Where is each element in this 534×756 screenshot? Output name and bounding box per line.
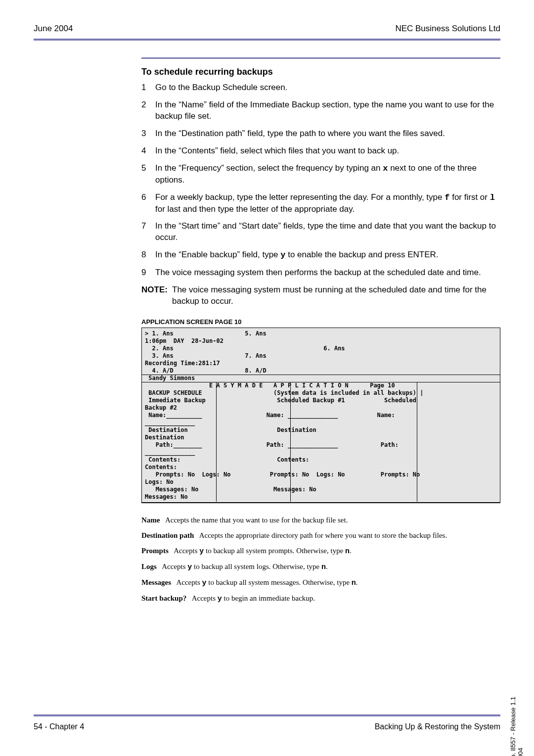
note-text: The voice messaging system must be runni… xyxy=(172,284,500,307)
step-2: In the “Name” field of the Immediate Bac… xyxy=(141,99,500,122)
step-4: In the “Contents” field, select which fi… xyxy=(141,145,500,157)
application-screen: > 1. Ans 5. Ans 1:06pm DAY 28-Jun-02 2. … xyxy=(141,328,500,503)
screen-bottom-rule xyxy=(142,502,500,503)
header-right: NEC Business Solutions Ltd xyxy=(395,24,500,34)
header-left: June 2004 xyxy=(34,24,73,34)
screen-vline-2 xyxy=(290,382,291,502)
step-5: In the “Frequency” section, select the f… xyxy=(141,163,500,186)
step-7: In the “Start time” and “Start date” fie… xyxy=(141,221,500,243)
section-rule xyxy=(141,57,500,59)
screen-vline-1 xyxy=(216,382,217,502)
field-prompts: Prompts Accepts y to backup all system p… xyxy=(141,546,500,557)
step-9: The voice messaging system then performs… xyxy=(141,267,500,279)
screen-title: APPLICATION SCREEN PAGE 10 xyxy=(141,318,500,326)
step-6: For a weekly backup, type the letter rep… xyxy=(141,192,500,215)
field-name: Name Accepts the name that you want to u… xyxy=(141,515,500,525)
note-label: NOTE: xyxy=(141,284,172,307)
field-logs: Logs Accepts y to backup all system logs… xyxy=(141,562,500,572)
footer-left: 54 - Chapter 4 xyxy=(34,722,84,731)
screen-inner-top-border xyxy=(142,375,500,382)
footer-rule xyxy=(34,714,500,716)
field-destpath: Destination path Accepts the appropriate… xyxy=(141,530,500,541)
screen-vline-3 xyxy=(417,382,417,502)
steps-list: Go to the Backup Schedule screen. In the… xyxy=(141,82,500,279)
field-messages: Messages Accepts y to backup all system … xyxy=(141,577,500,588)
step-3: In the “Destination path” field, type th… xyxy=(141,128,500,140)
field-definitions: Name Accepts the name that you want to u… xyxy=(141,515,500,604)
screen-body: > 1. Ans 5. Ans 1:06pm DAY 28-Jun-02 2. … xyxy=(142,328,500,503)
step-1: Go to the Backup Schedule screen. xyxy=(141,82,500,94)
footer-right: Backing Up & Restoring the System xyxy=(375,722,500,731)
note: NOTE: The voice messaging system must be… xyxy=(141,284,500,307)
header-rule xyxy=(34,39,500,41)
section-heading: To schedule recurring backups xyxy=(141,67,500,77)
field-start: Start backup? Accepts y to begin an imme… xyxy=(141,593,500,604)
doc-meta-side: Doc. No. 8557 - Release 1.1 June 2004 xyxy=(509,697,524,756)
step-8: In the “Enable backup” field, type y to … xyxy=(141,249,500,261)
